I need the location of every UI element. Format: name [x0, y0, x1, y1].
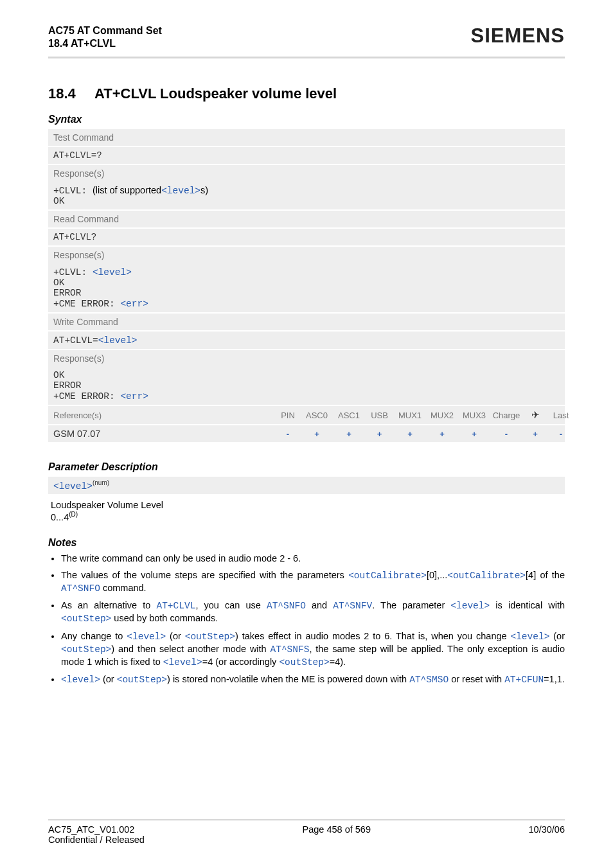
footer-confidentiality: Confidential / Released — [48, 835, 145, 845]
param-level-range: 0...4(D) — [51, 511, 562, 523]
notes-list: The write command can only be used in au… — [49, 553, 565, 686]
outstep-link[interactable]: <outStep> — [61, 644, 111, 655]
syntax-heading: Syntax — [48, 114, 565, 125]
section-number: 18.4 — [48, 85, 94, 102]
header-divider — [48, 57, 565, 58]
param-level-name[interactable]: <level> — [53, 481, 93, 492]
test-command-block: Test Command AT+CLVL=? Response(s) +CLVL… — [48, 129, 565, 209]
test-command-response: +CLVL: (list of supported<level>s) OK — [48, 182, 565, 209]
notes-heading: Notes — [48, 537, 565, 549]
test-command-resp-label: Response(s) — [48, 165, 565, 182]
atcfun-link[interactable]: AT+CFUN — [504, 675, 544, 685]
write-command-block: Write Command AT+CLVL=<level> Response(s… — [48, 314, 565, 405]
write-command-resp-label: Response(s) — [48, 350, 565, 367]
outstep-link[interactable]: <outStep> — [279, 657, 329, 668]
test-command-label: Test Command — [48, 129, 565, 146]
doc-subtitle: 18.4 AT+CLVL — [48, 37, 162, 50]
atsnfv-link[interactable]: AT^SNFV — [333, 601, 372, 611]
footer-page-number: Page 458 of 569 — [303, 824, 371, 845]
reference-label: Reference(s) — [53, 411, 275, 420]
note-item: The values of the volume steps are speci… — [61, 569, 565, 595]
read-command-resp-label: Response(s) — [48, 247, 565, 263]
page-footer: AC75_ATC_V01.002 Confidential / Released… — [48, 819, 565, 845]
note-item: As an alternative to AT+CLVL, you can us… — [61, 599, 565, 625]
read-command-response: +CLVL: <level> OK ERROR +CME ERROR: <err… — [48, 263, 565, 312]
reference-block: Reference(s) PIN ASC0 ASC1 USB MUX1 MUX2… — [48, 406, 565, 442]
write-command-label: Write Command — [48, 314, 565, 330]
brand-logo: SIEMENS — [470, 24, 565, 48]
outstep-link[interactable]: <outStep> — [61, 614, 111, 624]
level-param-link[interactable]: <level> — [98, 335, 138, 346]
col-asc0: ASC0 — [301, 411, 333, 420]
col-charge: Charge — [490, 411, 522, 420]
atsmso-link[interactable]: AT^SMSO — [409, 675, 449, 685]
section-heading: 18.4AT+CLVL Loudspeaker volume level — [48, 85, 565, 102]
note-item: The write command can only be used in au… — [61, 553, 565, 565]
note-item: <level> (or <outStep>) is stored non-vol… — [61, 673, 565, 686]
atsnfs-link[interactable]: AT^SNFS — [271, 644, 310, 655]
level-param-link[interactable]: <level> — [510, 632, 549, 642]
outcalibrate-link[interactable]: <outCalibrate> — [447, 571, 526, 581]
param-level-desc: Loudspeaker Volume Level — [51, 499, 562, 511]
note-item: Any change to <level> (or <outStep>) tak… — [61, 630, 565, 669]
outcalibrate-link[interactable]: <outCalibrate> — [348, 571, 427, 581]
airplane-icon: ✈ — [522, 409, 548, 421]
err-param-link[interactable]: <err> — [120, 299, 148, 309]
param-desc-heading: Parameter Description — [48, 461, 565, 473]
col-usb: USB — [365, 411, 394, 420]
section-title-text: AT+CLVL Loudspeaker volume level — [94, 85, 337, 102]
col-last: Last — [548, 411, 574, 420]
footer-doc-id: AC75_ATC_V01.002 — [48, 824, 145, 835]
reference-value: GSM 07.07 — [53, 429, 275, 439]
col-mux3: MUX3 — [458, 411, 490, 420]
footer-date: 10/30/06 — [529, 824, 565, 845]
param-level-box: <level>(num) — [48, 477, 565, 494]
read-command-cmd: AT+CLVL? — [48, 229, 565, 245]
atsnfo-link[interactable]: AT^SNFO — [267, 601, 306, 611]
outstep-link[interactable]: <outStep> — [185, 632, 235, 642]
atclvl-link[interactable]: AT+CLVL — [156, 601, 195, 611]
write-command-response: OK ERROR +CME ERROR: <err> — [48, 367, 565, 405]
reference-header-row: Reference(s) PIN ASC0 ASC1 USB MUX1 MUX2… — [48, 406, 565, 424]
reference-value-row: GSM 07.07 - + + + + + + - + - — [48, 425, 565, 442]
err-param-link[interactable]: <err> — [120, 391, 148, 402]
read-command-block: Read Command AT+CLVL? Response(s) +CLVL:… — [48, 211, 565, 312]
level-param-link[interactable]: <level> — [163, 657, 202, 668]
test-command-cmd: AT+CLVL=? — [48, 147, 565, 164]
level-param-link[interactable]: <level> — [450, 601, 490, 611]
doc-title: AC75 AT Command Set — [48, 24, 162, 37]
level-param-link[interactable]: <level> — [161, 186, 200, 196]
col-mux1: MUX1 — [394, 411, 426, 420]
atsnfo-link[interactable]: AT^SNFO — [61, 583, 100, 594]
level-param-link[interactable]: <level> — [127, 632, 166, 642]
read-command-label: Read Command — [48, 211, 565, 227]
level-param-link[interactable]: <level> — [93, 267, 132, 278]
col-pin: PIN — [275, 411, 301, 420]
outstep-link[interactable]: <outStep> — [117, 675, 167, 685]
col-asc1: ASC1 — [333, 411, 365, 420]
col-mux2: MUX2 — [426, 411, 458, 420]
level-param-link[interactable]: <level> — [61, 675, 100, 685]
write-command-cmd: AT+CLVL=<level> — [48, 332, 565, 349]
